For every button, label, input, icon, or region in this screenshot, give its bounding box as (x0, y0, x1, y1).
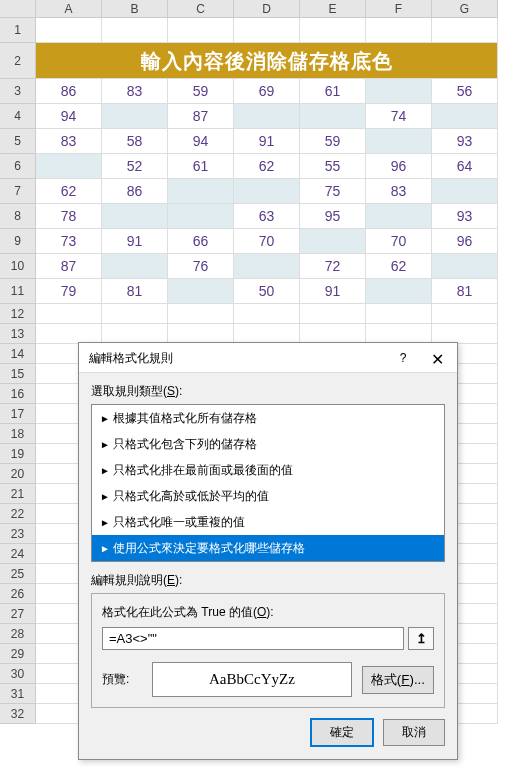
cell[interactable]: 63 (234, 204, 300, 229)
cell[interactable]: 95 (300, 204, 366, 229)
cell[interactable] (234, 254, 300, 279)
close-button[interactable]: ✕ (425, 345, 449, 375)
cell[interactable]: 94 (168, 129, 234, 154)
rule-type-item[interactable]: 只格式化唯一或重複的值 (92, 509, 444, 535)
row-header-25[interactable]: 25 (0, 564, 36, 584)
cell[interactable] (366, 79, 432, 104)
row-header-3[interactable]: 3 (0, 79, 36, 104)
row-header-24[interactable]: 24 (0, 544, 36, 564)
cell[interactable]: 93 (432, 129, 498, 154)
row-header-30[interactable]: 30 (0, 664, 36, 684)
cell[interactable] (36, 304, 102, 324)
cell[interactable] (366, 129, 432, 154)
cell[interactable] (102, 204, 168, 229)
cell[interactable]: 50 (234, 279, 300, 304)
cell[interactable]: 75 (300, 179, 366, 204)
row-header-21[interactable]: 21 (0, 484, 36, 504)
row-header-23[interactable]: 23 (0, 524, 36, 544)
cell[interactable]: 91 (300, 279, 366, 304)
row-header-9[interactable]: 9 (0, 229, 36, 254)
format-button[interactable]: 格式(F)... (362, 666, 434, 694)
cell[interactable]: 81 (102, 279, 168, 304)
cell[interactable] (234, 104, 300, 129)
ok-button[interactable]: 確定 (310, 718, 374, 747)
cell[interactable]: 78 (36, 204, 102, 229)
cell[interactable] (102, 304, 168, 324)
cell[interactable] (168, 204, 234, 229)
cell[interactable]: 72 (300, 254, 366, 279)
row-header-32[interactable]: 32 (0, 704, 36, 724)
cell[interactable] (36, 324, 102, 344)
cell[interactable] (300, 104, 366, 129)
row-header-17[interactable]: 17 (0, 404, 36, 424)
col-header-C[interactable]: C (168, 0, 234, 18)
collapse-dialog-button[interactable]: ↥ (408, 627, 434, 650)
cell[interactable]: 52 (102, 154, 168, 179)
cancel-button[interactable]: 取消 (383, 719, 445, 746)
cell[interactable] (366, 324, 432, 344)
cell[interactable] (168, 279, 234, 304)
cell[interactable]: 81 (432, 279, 498, 304)
cell[interactable] (102, 104, 168, 129)
cell[interactable] (432, 304, 498, 324)
cell[interactable]: 66 (168, 229, 234, 254)
cell[interactable] (36, 18, 102, 43)
cell[interactable]: 59 (300, 129, 366, 154)
cell[interactable]: 59 (168, 79, 234, 104)
row-header-27[interactable]: 27 (0, 604, 36, 624)
cell[interactable] (366, 204, 432, 229)
row-header-14[interactable]: 14 (0, 344, 36, 364)
cell[interactable] (234, 304, 300, 324)
row-header-4[interactable]: 4 (0, 104, 36, 129)
row-header-11[interactable]: 11 (0, 279, 36, 304)
cell[interactable]: 83 (366, 179, 432, 204)
cell[interactable]: 83 (102, 79, 168, 104)
cell[interactable] (234, 18, 300, 43)
cell[interactable] (102, 324, 168, 344)
cell[interactable] (432, 254, 498, 279)
cell[interactable] (234, 324, 300, 344)
row-header-10[interactable]: 10 (0, 254, 36, 279)
row-header-31[interactable]: 31 (0, 684, 36, 704)
select-all-corner[interactable] (0, 0, 36, 18)
col-header-D[interactable]: D (234, 0, 300, 18)
cell[interactable]: 64 (432, 154, 498, 179)
rule-type-item[interactable]: 只格式化包含下列的儲存格 (92, 431, 444, 457)
cell[interactable]: 70 (234, 229, 300, 254)
cell[interactable]: 96 (432, 229, 498, 254)
row-header-26[interactable]: 26 (0, 584, 36, 604)
row-header-20[interactable]: 20 (0, 464, 36, 484)
cell[interactable]: 73 (36, 229, 102, 254)
col-header-B[interactable]: B (102, 0, 168, 18)
row-header-15[interactable]: 15 (0, 364, 36, 384)
cell[interactable]: 86 (36, 79, 102, 104)
rule-type-list[interactable]: 根據其值格式化所有儲存格只格式化包含下列的儲存格只格式化排在最前面或最後面的值只… (91, 404, 445, 562)
cell[interactable]: 96 (366, 154, 432, 179)
cell[interactable]: 56 (432, 79, 498, 104)
title-cell[interactable]: 輸入內容後消除儲存格底色 (36, 43, 498, 79)
cell[interactable] (102, 254, 168, 279)
cell[interactable] (168, 179, 234, 204)
row-header-18[interactable]: 18 (0, 424, 36, 444)
cell[interactable] (366, 304, 432, 324)
cell[interactable] (168, 324, 234, 344)
row-header-28[interactable]: 28 (0, 624, 36, 644)
row-header-5[interactable]: 5 (0, 129, 36, 154)
row-header-13[interactable]: 13 (0, 324, 36, 344)
rule-type-item[interactable]: 只格式化排在最前面或最後面的值 (92, 457, 444, 483)
formula-input[interactable] (102, 627, 404, 650)
cell[interactable]: 86 (102, 179, 168, 204)
cell[interactable] (300, 304, 366, 324)
cell[interactable]: 74 (366, 104, 432, 129)
row-header-8[interactable]: 8 (0, 204, 36, 229)
cell[interactable] (432, 324, 498, 344)
cell[interactable] (366, 279, 432, 304)
cell[interactable]: 58 (102, 129, 168, 154)
cell[interactable]: 87 (36, 254, 102, 279)
row-header-7[interactable]: 7 (0, 179, 36, 204)
row-header-1[interactable]: 1 (0, 18, 36, 43)
row-header-29[interactable]: 29 (0, 644, 36, 664)
row-header-12[interactable]: 12 (0, 304, 36, 324)
cell[interactable]: 83 (36, 129, 102, 154)
row-header-22[interactable]: 22 (0, 504, 36, 524)
